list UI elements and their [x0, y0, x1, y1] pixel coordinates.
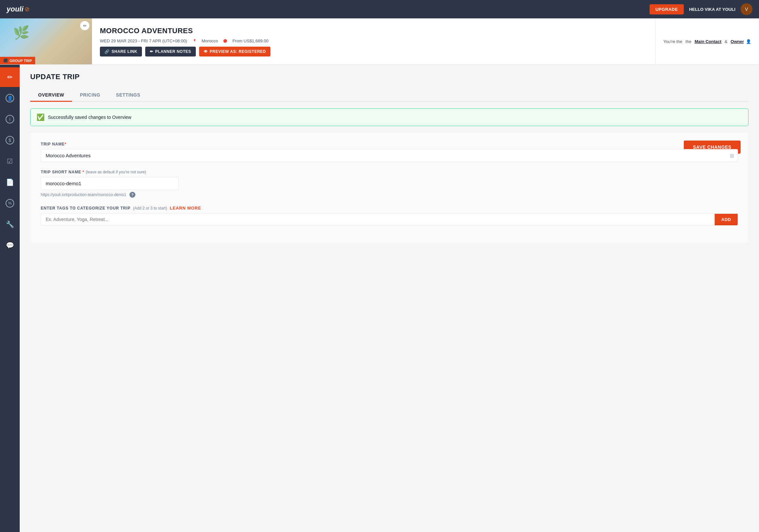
- group-trip-icon: ⬛: [3, 58, 8, 63]
- trip-url-text: https://youli.io/t/production-team/moroc…: [41, 192, 126, 197]
- logo: youli ⊘: [7, 5, 29, 14]
- location-icon: 📍: [192, 39, 196, 43]
- edit-image-button[interactable]: ✏: [80, 21, 89, 30]
- discount-icon: %: [6, 199, 14, 208]
- logo-icon: ⊘: [25, 6, 29, 13]
- tab-pricing-label: PRICING: [80, 92, 100, 97]
- trip-meta: WED 29 MAR 2023 - FRI 7 APR (UTC+08:00) …: [100, 38, 647, 43]
- trip-actions: 🔗 SHARE LINK ✏ PLANNER NOTES 👁 PREVIEW A…: [100, 47, 647, 57]
- sidebar-item-dollar[interactable]: $: [0, 131, 20, 150]
- trip-name-label: TRIP NAME*: [41, 142, 738, 146]
- trip-image: 🌿 ✏ ⬛ GROUP TRIP: [0, 19, 92, 64]
- trip-owner-info: You're the the Main Contact & Owner 👤: [655, 19, 759, 64]
- owner-pre-text: You're the: [663, 39, 682, 44]
- avatar: V: [740, 3, 752, 15]
- chat-icon: 💬: [6, 241, 14, 249]
- tags-input[interactable]: [41, 213, 715, 225]
- trip-short-name-hint: (leave as default if you're not sure): [86, 170, 146, 174]
- tab-settings-label: SETTINGS: [116, 92, 140, 97]
- sidebar-item-doc[interactable]: 📄: [0, 172, 20, 192]
- trip-name-input-wrapper: ⊞: [41, 149, 738, 162]
- sidebar-item-person[interactable]: 👤: [0, 88, 20, 108]
- content-inner: UPDATE TRIP OVERVIEW PRICING SETTINGS ✅ …: [20, 65, 759, 250]
- trip-info: MOROCCO ADVENTURES WED 29 MAR 2023 - FRI…: [92, 19, 655, 64]
- trip-url-hint: https://youli.io/t/production-team/moroc…: [41, 192, 738, 198]
- tab-settings[interactable]: SETTINGS: [108, 89, 148, 102]
- page-title: UPDATE TRIP: [30, 73, 748, 81]
- success-banner: ✅ Successfully saved changes to Overview: [30, 108, 748, 126]
- wrench-icon: 🔧: [6, 220, 14, 228]
- trip-dates: WED 29 MAR 2023 - FRI 7 APR (UTC+08:00): [100, 38, 187, 43]
- tab-pricing[interactable]: PRICING: [72, 89, 108, 102]
- content-area: UPDATE TRIP OVERVIEW PRICING SETTINGS ✅ …: [20, 65, 759, 532]
- trip-short-name-input[interactable]: [41, 177, 179, 190]
- share-link-label: SHARE LINK: [112, 49, 137, 54]
- decorative-art: 🌿: [13, 25, 29, 40]
- eye-icon: 👁: [204, 49, 208, 54]
- preview-label: PREVIEW AS: REGISTERED: [210, 49, 266, 54]
- info-circle-icon: i: [6, 115, 14, 124]
- upgrade-button[interactable]: UPGRADE: [650, 4, 684, 15]
- add-tag-button[interactable]: ADD: [715, 214, 738, 225]
- sidebar-item-chat[interactable]: 💬: [0, 236, 20, 255]
- owner-icon: 👤: [746, 39, 751, 44]
- owner-link[interactable]: Owner: [731, 39, 744, 44]
- doc-icon: 📄: [6, 178, 14, 186]
- table-icon: ⊞: [730, 152, 734, 159]
- price-icon: 🔴: [223, 39, 227, 43]
- trip-short-name-group: TRIP SHORT NAME * (leave as default if y…: [41, 170, 738, 198]
- tab-overview-label: OVERVIEW: [38, 92, 64, 97]
- tags-group: ENTER TAGS TO CATEGORIZE YOUR TRIP (Add …: [41, 206, 738, 226]
- pencil-icon: ✏: [150, 49, 153, 54]
- planner-notes-button[interactable]: ✏ PLANNER NOTES: [145, 47, 196, 57]
- navbar: youli ⊘ UPGRADE HELLO VIKA AT YOULI V: [0, 0, 759, 19]
- logo-text: youli: [7, 5, 23, 14]
- trip-short-name-label: TRIP SHORT NAME * (leave as default if y…: [41, 170, 738, 174]
- sidebar-item-settings[interactable]: 🔧: [0, 214, 20, 234]
- success-message: Successfully saved changes to Overview: [48, 115, 132, 120]
- sidebar-item-info[interactable]: i: [0, 109, 20, 129]
- tabs: OVERVIEW PRICING SETTINGS: [30, 89, 748, 102]
- edit-icon: ✏: [7, 73, 13, 81]
- tags-input-wrapper: ADD: [41, 213, 738, 226]
- trip-header: 🌿 ✏ ⬛ GROUP TRIP MOROCCO ADVENTURES WED …: [0, 19, 759, 65]
- user-greeting: HELLO VIKA AT YOULI: [689, 7, 735, 12]
- form-card: SAVE CHANGES TRIP NAME* ⊞ TRIP SHORT NAM…: [30, 133, 748, 243]
- group-trip-label: GROUP TRIP: [10, 59, 32, 63]
- share-icon: 🔗: [104, 49, 110, 54]
- planner-notes-label: PLANNER NOTES: [155, 49, 191, 54]
- tags-label: ENTER TAGS TO CATEGORIZE YOUR TRIP (Add …: [41, 206, 738, 210]
- main-contact-link[interactable]: Main Contact: [695, 39, 722, 44]
- tags-hint: (Add 2 or 3 to start): [133, 206, 167, 210]
- sidebar: ✏ 👤 i $ ☑ 📄 % 🔧 💬: [0, 65, 20, 532]
- trip-name-input[interactable]: [41, 149, 738, 162]
- learn-more-link[interactable]: Learn More: [170, 206, 201, 210]
- share-link-button[interactable]: 🔗 SHARE LINK: [100, 47, 142, 57]
- main-layout: ✏ 👤 i $ ☑ 📄 % 🔧 💬 UPDATE TRIP: [0, 65, 759, 532]
- person-circle-icon: 👤: [6, 94, 14, 102]
- dollar-circle-icon: $: [6, 136, 14, 144]
- checklist-icon: ☑: [7, 157, 13, 165]
- tab-overview[interactable]: OVERVIEW: [30, 89, 72, 102]
- required-indicator: *: [65, 142, 66, 146]
- trip-title: MOROCCO ADVENTURES: [100, 26, 647, 35]
- preview-button[interactable]: 👁 PREVIEW AS: REGISTERED: [199, 47, 271, 57]
- help-icon[interactable]: ?: [130, 192, 136, 198]
- trip-location: Morocco: [202, 38, 218, 43]
- sidebar-item-discount[interactable]: %: [0, 193, 20, 213]
- required-indicator-2: *: [81, 170, 84, 174]
- sidebar-item-edit[interactable]: ✏: [0, 67, 20, 87]
- success-check-icon: ✅: [36, 113, 45, 121]
- sidebar-item-checklist[interactable]: ☑: [0, 151, 20, 171]
- trip-name-group: TRIP NAME* ⊞: [41, 142, 738, 162]
- navbar-right: UPGRADE HELLO VIKA AT YOULI V: [650, 3, 752, 15]
- trip-price: From US$1,689.00: [232, 38, 268, 43]
- group-trip-badge: ⬛ GROUP TRIP: [0, 57, 35, 64]
